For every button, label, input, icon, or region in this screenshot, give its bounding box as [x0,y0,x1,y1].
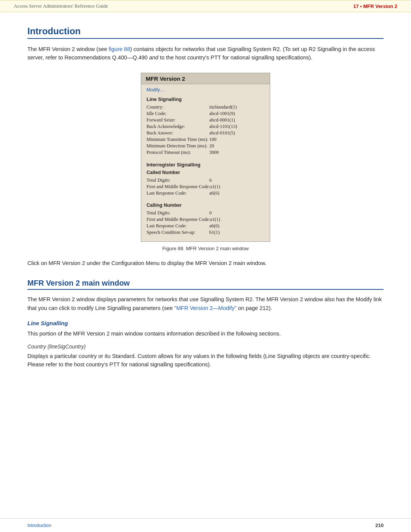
mfr-window-body: Modify… Line Signalling Country: ituStan… [141,84,270,241]
country-body: Displays a particular country or itu Sta… [27,352,384,369]
figure-88-container: MFR Version 2 Modify… Line Signalling Co… [27,73,384,251]
table-row: Country: ituStandard(1) [147,104,264,110]
field-label: Idle Code: [147,111,209,117]
table-row: Last Response Code: a6(6) [147,223,264,229]
field-label: Minimum Detection Time (ms): [147,143,209,149]
field-label: Back Acknowledge: [147,124,209,129]
calling-number-fields: Total Digits: 0 First and Middle Respons… [147,210,264,235]
called-number-fields: Total Digits: 6 First and Middle Respons… [147,177,264,196]
field-label: First and Middle Response Code: [147,217,210,222]
field-label: Total Digits: [147,177,209,183]
field-value: ituStandard(1) [209,104,264,110]
field-value: 6 [209,177,264,183]
main-content: Introduction The MFR Version 2 window (s… [0,12,411,396]
table-row: Last Response Code: a6(6) [147,190,264,196]
mfr-main-window-title: MFR Version 2 main window [27,279,384,290]
field-label: Speech Condition Set-up: [147,230,209,235]
line-signalling-section-title: Line Signalling [27,320,384,326]
table-row: Speech Condition Set-up: b1(1) [147,230,264,235]
field-label: Total Digits: [147,210,209,216]
table-row: Back Answer: abcd-0101(5) [147,130,264,136]
mfr-main-window-body: The MFR Version 2 window displays parame… [27,295,384,312]
field-label: Country: [147,104,209,110]
interregister-label: Interregister Signalling [147,162,264,168]
page-footer: Introduction 210 [0,518,411,532]
field-label: First and Middle Response Code: [147,184,210,190]
field-value: a6(6) [209,190,264,196]
field-value: b1(1) [209,230,264,235]
mfr-window-title: MFR Version 2 [141,73,270,84]
line-signalling-fields: Country: ituStandard(1) Idle Code: abcd-… [147,104,264,155]
field-value: abcd-1001(9) [209,111,264,117]
line-signalling-body: This portion of the MFR Version 2 main w… [27,329,384,338]
field-label: Minimum Transition Time (ms): [147,137,209,142]
table-row: Minimum Detection Time (ms): 20 [147,143,264,149]
field-value: abcd-1101(13) [209,124,264,129]
mfr-modify-link[interactable]: Modify… [147,87,264,93]
country-section: Country (lineSigCountry) Displays a part… [27,343,384,369]
table-row: Back Acknowledge: abcd-1101(13) [147,124,264,129]
table-row: Idle Code: abcd-1001(9) [147,111,264,117]
field-value: 0 [209,210,264,216]
field-label: Forward Seize: [147,117,209,123]
field-value: a1(1) [210,184,264,190]
table-row: First and Middle Response Code: a1(1) [147,184,264,190]
field-value: 20 [209,143,264,149]
field-value: a6(6) [209,223,264,229]
field-value: abcd-0101(5) [209,130,264,136]
page-header: Access Server Administrators' Reference … [0,0,411,12]
header-right-text: 17 • MFR Version 2 [353,3,397,9]
click-instruction: Click on MFR Version 2 under the Configu… [27,259,384,267]
field-value: 100 [209,137,264,142]
field-label: Last Response Code: [147,190,209,196]
table-row: Total Digits: 0 [147,210,264,216]
figure-88-link[interactable]: figure 88 [109,46,130,52]
header-left-text: Access Server Administrators' Reference … [14,3,108,9]
line-signalling-label: Line Signalling [147,96,264,102]
divider [147,199,264,200]
divider [147,158,264,159]
field-label: Last Response Code: [147,223,209,229]
introduction-title: Introduction [27,26,384,39]
introduction-section: Introduction The MFR Version 2 window (s… [27,26,384,62]
calling-number-label: Calling Number [147,203,264,208]
mfr-version2-window: MFR Version 2 Modify… Line Signalling Co… [141,73,270,242]
field-value: 3000 [209,150,264,155]
field-label: Back Answer: [147,130,209,136]
field-value: abcd-0001(1) [209,117,264,123]
mfr-modify-page-link[interactable]: "MFR Version 2—Modify" [174,305,236,311]
called-number-label: Called Number [147,170,264,175]
introduction-body: The MFR Version 2 window (see figure 88)… [27,45,384,62]
table-row: Forward Seize: abcd-0001(1) [147,117,264,123]
footer-page-number: 210 [375,522,384,528]
table-row: Protocol Timeout (ms): 3000 [147,150,264,155]
footer-left: Introduction [27,523,51,528]
table-row: Total Digits: 6 [147,177,264,183]
field-value: a1(1) [210,217,264,222]
table-row: Minimum Transition Time (ms): 100 [147,137,264,142]
figure-caption: Figure 88. MFR Version 2 main window [162,246,249,251]
line-signalling-section: Line Signalling This portion of the MFR … [27,320,384,338]
field-label: Protocol Timeout (ms): [147,150,209,155]
table-row: First and Middle Response Code: a1(1) [147,217,264,222]
mfr-main-window-section: MFR Version 2 main window The MFR Versio… [27,279,384,312]
country-section-title: Country (lineSigCountry) [27,343,384,350]
